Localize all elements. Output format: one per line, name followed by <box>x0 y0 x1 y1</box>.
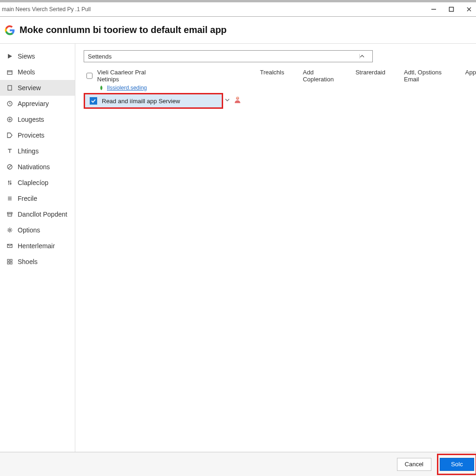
archive-icon <box>7 211 13 218</box>
selected-row-highlight: Read and iímaill app Serview <box>84 93 223 109</box>
col-trealchls[interactable]: Trealchls <box>260 69 284 83</box>
svg-line-36 <box>8 231 8 231</box>
svg-rect-27 <box>8 214 12 216</box>
sidebar-item-siews[interactable]: Siews <box>0 48 75 64</box>
window-title: main Neers Vierch Serted Py .1 Pull <box>2 6 91 13</box>
sidebar-item-label: Frecile <box>18 195 37 202</box>
sidebar-item-lhtings[interactable]: Lhtings <box>0 143 75 159</box>
svg-rect-1 <box>450 7 454 12</box>
svg-line-10 <box>10 104 11 104</box>
sidebar-item-lougests[interactable]: Lougests <box>0 112 75 127</box>
window-controls <box>430 6 476 13</box>
ban-icon <box>7 164 13 170</box>
gear-icon <box>7 227 13 233</box>
sidebar-item-label: Claplecíop <box>18 179 48 186</box>
select-all-checkbox[interactable] <box>86 73 93 79</box>
checked-icon[interactable] <box>90 97 97 105</box>
col-app[interactable]: App <box>465 69 476 83</box>
svg-line-33 <box>8 228 8 229</box>
minimize-icon[interactable] <box>430 6 437 13</box>
cancel-button[interactable]: Cancel <box>397 458 431 471</box>
first-col-label: Vieli Caarleor Pral Netinips <box>97 69 162 83</box>
sidebar-item-label: Lhtings <box>18 147 39 155</box>
svg-rect-41 <box>10 262 12 264</box>
chevron-up-icon <box>359 54 369 59</box>
sidebar-item-label: Siews <box>18 53 35 60</box>
list-icon <box>7 195 13 202</box>
combo-label: Settends <box>88 53 112 60</box>
google-logo-icon <box>5 25 15 35</box>
sidebar: Siews Meols Serview Appreviary Lougests … <box>0 44 75 452</box>
sidebar-item-label: Meols <box>18 68 35 76</box>
titlebar-frame: main Neers Vierch Serted Py .1 Pull <box>0 0 476 17</box>
sidebar-item-options[interactable]: Options <box>0 222 75 238</box>
mail-icon <box>7 243 13 249</box>
settings-combo[interactable]: Settends <box>84 50 373 62</box>
close-icon[interactable] <box>466 6 472 13</box>
svg-line-18 <box>8 165 12 169</box>
grid-icon <box>7 258 13 265</box>
selected-row-label: Read and iímaill app Serview <box>102 98 180 105</box>
sub-link-row[interactable]: Ilssiolerd.seding <box>84 85 476 91</box>
sidebar-item-meols[interactable]: Meols <box>0 64 75 80</box>
sidebar-item-serview[interactable]: Serview <box>0 80 75 96</box>
page-header: Moke connlumn bi tooriew to default emai… <box>0 17 476 44</box>
svg-rect-5 <box>7 71 12 74</box>
svg-rect-21 <box>8 181 10 182</box>
sidebar-item-label: Dancllot Popdent <box>18 211 67 218</box>
sidebar-item-label: Lougests <box>18 116 44 123</box>
col-strarerdaid[interactable]: Strarerdaid <box>356 69 385 83</box>
svg-rect-7 <box>8 86 12 90</box>
svg-rect-22 <box>10 183 12 184</box>
settings-window: main Neers Vierch Serted Py .1 Pull Moke… <box>0 0 476 476</box>
chevron-down-icon[interactable] <box>225 98 230 102</box>
col-add-copleration[interactable]: Add Copleration <box>303 69 337 83</box>
page-icon <box>7 85 13 91</box>
ok-button[interactable]: Solc <box>440 458 474 471</box>
svg-point-28 <box>9 229 11 231</box>
sub-link-label: Ilssiolerd.seding <box>107 85 147 91</box>
svg-rect-38 <box>7 259 9 261</box>
titlebar: main Neers Vierch Serted Py .1 Pull <box>0 2 476 16</box>
page-title: Moke connlumn bi tooriew to default emai… <box>20 25 227 35</box>
column-tabs: Trealchls Add Copleration Strarerdaid Ad… <box>260 69 476 83</box>
sidebar-item-label: Options <box>18 226 40 234</box>
svg-marker-4 <box>8 54 12 59</box>
selected-row[interactable]: Read and iímaill app Serview <box>84 93 223 109</box>
play-icon <box>7 53 13 60</box>
slider-icon <box>7 179 13 186</box>
main-panel: Settends Vieli Caarleor Pral Netinips Tr… <box>75 44 476 452</box>
sidebar-item-label: Shoels <box>18 258 38 265</box>
column-header-row: Vieli Caarleor Pral Netinips Trealchls A… <box>84 69 476 83</box>
sidebar-item-label: Nativations <box>18 163 50 171</box>
header-first-col: Vieli Caarleor Pral Netinips <box>86 69 162 83</box>
svg-marker-14 <box>7 133 12 138</box>
sidebar-item-appreviary[interactable]: Appreviary <box>0 96 75 112</box>
ok-button-highlight: Solc <box>437 454 476 475</box>
sidebar-item-nativations[interactable]: Nativations <box>0 159 75 175</box>
col-adtl-options-email[interactable]: Adtl, Opstions Email <box>404 69 447 83</box>
box-icon <box>7 69 13 75</box>
tag-icon <box>7 132 13 139</box>
svg-point-43 <box>237 97 239 99</box>
sidebar-item-provicets[interactable]: Provicets <box>0 127 75 143</box>
dialog-footer: Cancel Solc <box>0 452 476 476</box>
svg-rect-40 <box>7 262 9 264</box>
clock-icon <box>7 100 13 107</box>
sidebar-item-label: Provicets <box>18 132 45 139</box>
leaf-icon <box>99 85 104 91</box>
sidebar-item-claplecop[interactable]: Claplecíop <box>0 175 75 191</box>
row-extras <box>225 96 242 104</box>
svg-line-35 <box>11 228 11 229</box>
svg-rect-39 <box>10 259 12 261</box>
circle-plus-icon <box>7 116 13 123</box>
text-icon <box>7 148 13 154</box>
sidebar-item-label: Henterlemair <box>18 242 55 250</box>
sidebar-item-dancllot[interactable]: Dancllot Popdent <box>0 206 75 222</box>
sidebar-item-label: Appreviary <box>18 100 49 107</box>
maximize-icon[interactable] <box>448 6 455 13</box>
sidebar-item-frecile[interactable]: Frecile <box>0 191 75 206</box>
svg-line-34 <box>11 231 11 231</box>
sidebar-item-henterlemair[interactable]: Henterlemair <box>0 238 75 254</box>
sidebar-item-shoels[interactable]: Shoels <box>0 254 75 270</box>
